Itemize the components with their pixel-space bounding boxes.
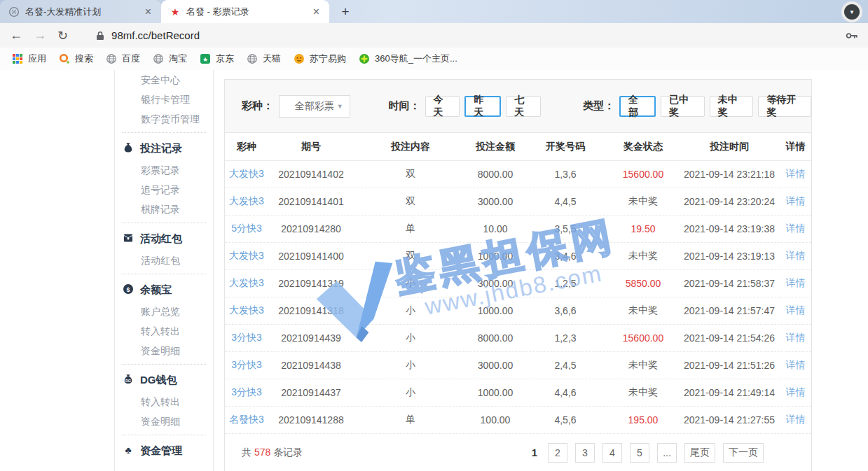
issue-number: 20210914280 <box>268 223 354 234</box>
detail-link[interactable]: 详情 <box>780 359 811 372</box>
detail-link[interactable]: 详情 <box>780 304 811 317</box>
detail-link[interactable]: 详情 <box>780 332 811 344</box>
sidebar-section-header[interactable]: 投注记录 <box>115 136 213 160</box>
sidebar-item[interactable]: 资金明细 <box>115 341 213 360</box>
column-header: 投注时间 <box>679 141 780 153</box>
tab-bet-record[interactable]: ★ 名發 - 彩票记录 × <box>161 0 329 23</box>
sidebar-item[interactable]: 棋牌记录 <box>115 199 213 219</box>
table-header-row: 彩种期号投注内容投注金额开奖号码奖金状态投注时间详情 <box>225 133 811 161</box>
draw-numbers: 4,4,5 <box>523 196 607 207</box>
close-icon[interactable]: × <box>144 6 153 17</box>
bookmark-label: 360导航_一个主页... <box>375 52 457 65</box>
bookmark-item[interactable]: 360导航_一个主页... <box>352 50 464 67</box>
lottery-name: 大发快3 <box>225 304 268 317</box>
svg-text:★: ★ <box>202 56 208 63</box>
tab-dafa-plan[interactable]: 名發-大发精准计划 × <box>0 0 161 23</box>
key-icon[interactable] <box>846 31 858 40</box>
sidebar-item[interactable]: 账户总览 <box>115 302 213 321</box>
lottery-name: 大发快3 <box>225 168 268 181</box>
globe-icon <box>153 53 164 64</box>
sidebar-item[interactable]: 转入转出 <box>115 321 213 341</box>
new-tab-button[interactable]: + <box>336 3 354 21</box>
lottery-select[interactable]: 全部彩票 ▼ <box>279 95 350 118</box>
svg-text:♣: ♣ <box>125 444 131 456</box>
page-ellipsis[interactable]: ... <box>657 443 677 463</box>
bookmark-item[interactable]: 搜索 <box>53 50 99 67</box>
url-input[interactable]: 98mf.cc/betRecord <box>111 29 846 41</box>
detail-link[interactable]: 详情 <box>780 414 811 426</box>
detail-link[interactable]: 详情 <box>780 386 811 399</box>
detail-link[interactable]: 详情 <box>780 223 811 235</box>
sidebar-section-header[interactable]: 活动红包 <box>115 227 213 251</box>
bookmark-item[interactable]: 应用 <box>6 50 53 67</box>
lock-icon[interactable] <box>96 31 104 41</box>
type-filter-button[interactable]: 已中奖 <box>661 96 705 117</box>
sidebar-divider <box>122 274 206 274</box>
bookmark-label: 天猫 <box>263 52 281 65</box>
sidebar-section-header[interactable]: DGDG钱包 <box>115 368 213 392</box>
table-row: 3分快320210914437小1000.004,4,6未中奖2021-09-1… <box>225 379 811 407</box>
media-control-button[interactable]: ▼ <box>841 1 862 22</box>
refresh-icon[interactable]: ↻ <box>57 28 68 43</box>
bookmark-label: 苏宁易购 <box>310 52 346 65</box>
sidebar-item[interactable]: 数字货币管理 <box>115 109 213 129</box>
time-filter-button[interactable]: 七天 <box>506 96 541 117</box>
back-icon[interactable]: ← <box>10 28 22 43</box>
detail-link[interactable]: 详情 <box>780 277 811 290</box>
column-header: 期号 <box>268 141 354 153</box>
sidebar: 安全中心银行卡管理数字货币管理投注记录彩票记录追号记录棋牌记录活动红包活动红包$… <box>114 70 214 471</box>
type-filter-button[interactable]: 未中奖 <box>710 96 754 117</box>
next-page-button[interactable]: 下一页 <box>723 443 764 463</box>
draw-numbers: 2,4,5 <box>523 360 607 371</box>
sidebar-item[interactable]: 资金明细 <box>115 412 213 431</box>
bet-time: 2021-09-14 21:54:26 <box>679 332 780 344</box>
bookmark-item[interactable]: 淘宝 <box>146 50 193 67</box>
close-icon[interactable]: × <box>312 6 321 17</box>
page-button[interactable]: 5 <box>630 443 649 463</box>
filter-bar: 彩种： 全部彩票 ▼ 时间： 今天昨天七天 类型： 全部已中奖未中奖等待开奖 <box>225 80 811 133</box>
prize-status: 15600.00 <box>607 169 679 180</box>
bookmark-label: 搜索 <box>75 52 93 65</box>
bet-time: 2021-09-14 21:27:55 <box>679 414 780 426</box>
lottery-name: 5分快3 <box>225 223 268 235</box>
sidebar-section-header[interactable]: $余额宝 <box>115 278 213 302</box>
issue-number: 202109141401 <box>268 196 354 207</box>
sidebar-section-header[interactable]: ♣资金管理 <box>115 439 213 463</box>
type-filter-button[interactable]: 全部 <box>619 96 656 117</box>
bookmark-item[interactable]: 苏宁易购 <box>287 50 352 67</box>
sidebar-divider <box>122 132 206 133</box>
time-filter-button[interactable]: 昨天 <box>464 96 501 117</box>
time-filter-button[interactable]: 今天 <box>425 96 460 117</box>
bookmark-label: 淘宝 <box>169 52 187 65</box>
browser-window: 名發-大发精准计划 × ★ 名發 - 彩票记录 × + ▼ ← → ↻ 98mf… <box>0 0 868 471</box>
type-filter-button[interactable]: 等待开奖 <box>758 96 811 117</box>
detail-link[interactable]: 详情 <box>780 195 811 208</box>
detail-link[interactable]: 详情 <box>780 250 811 262</box>
page-button[interactable]: 3 <box>575 443 595 463</box>
sidebar-item[interactable]: 转入转出 <box>115 392 213 412</box>
last-page-button[interactable]: 尾页 <box>684 443 715 463</box>
detail-link[interactable]: 详情 <box>780 168 811 181</box>
sidebar-item[interactable]: 追号记录 <box>115 180 213 199</box>
bookmark-item[interactable]: ★京东 <box>193 50 240 67</box>
issue-number: 202109141288 <box>268 414 354 426</box>
dollar-circle-icon: $ <box>123 283 134 297</box>
chevron-down-icon: ▼ <box>337 103 343 110</box>
sidebar-item[interactable]: 银行卡管理 <box>115 90 213 109</box>
page-button[interactable]: 4 <box>602 443 622 463</box>
issue-number: 202109141402 <box>268 169 354 180</box>
bookmark-label: 应用 <box>28 52 46 65</box>
dg-wallet-icon: DG <box>123 374 134 387</box>
count-prefix: 共 <box>242 447 252 458</box>
sidebar-item[interactable]: 安全中心 <box>115 70 213 90</box>
sidebar-item[interactable]: 彩票记录 <box>115 160 213 180</box>
bookmark-item[interactable]: 天猫 <box>240 50 287 67</box>
bookmarks-bar: 应用搜索百度淘宝★京东天猫苏宁易购360导航_一个主页... <box>0 48 868 70</box>
bet-record-panel: 彩种： 全部彩票 ▼ 时间： 今天昨天七天 类型： 全部已中奖未中奖等待开奖 彩… <box>224 79 812 471</box>
sidebar-item[interactable]: 活动红包 <box>115 251 213 270</box>
bookmark-item[interactable]: 百度 <box>99 50 146 67</box>
count-suffix: 条记录 <box>273 447 303 458</box>
svg-text:★: ★ <box>171 6 180 17</box>
page-button[interactable]: 2 <box>548 443 567 463</box>
type-filter-label: 类型： <box>583 99 614 113</box>
